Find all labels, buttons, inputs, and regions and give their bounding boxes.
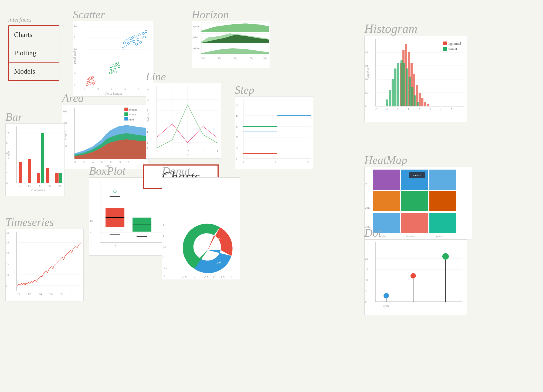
svg-rect-224: [421, 98, 423, 106]
svg-rect-228: [389, 90, 391, 106]
timeseries-chart: Timeseries 5 10 15 20 25 30 '00 '02 '04 …: [5, 216, 89, 302]
svg-text:'02: '02: [28, 293, 31, 295]
svg-rect-225: [424, 102, 426, 106]
dot-chart: Dot 0 5 10 15 20 cpu1: [364, 226, 472, 318]
svg-text:10: 10: [6, 273, 9, 276]
svg-point-57: [125, 45, 127, 47]
svg-text:4: 4: [217, 150, 218, 153]
svg-text:jruby: jruby: [192, 36, 198, 39]
svg-point-32: [112, 65, 114, 67]
svg-text:25: 25: [6, 241, 9, 244]
heatmap-title: HeatMap: [364, 154, 478, 167]
svg-text:-1: -1: [163, 274, 165, 277]
svg-text:60: 60: [236, 104, 238, 106]
svg-text:50s: 50s: [201, 57, 205, 60]
svg-text:values: values: [146, 113, 150, 121]
sidebar-item-models[interactable]: Models: [9, 63, 59, 80]
svg-text:40: 40: [236, 114, 238, 117]
histogram-title: Histogram: [364, 22, 472, 36]
svg-text:C2: C2: [28, 184, 31, 187]
svg-text:-1: -1: [386, 108, 388, 111]
sidebar-item-charts[interactable]: Charts: [9, 26, 59, 44]
svg-rect-63: [124, 117, 128, 121]
svg-rect-232: [401, 60, 403, 106]
svg-text:frequency: frequency: [366, 67, 369, 80]
svg-point-47: [133, 40, 135, 43]
svg-rect-233: [403, 63, 405, 106]
svg-point-33: [114, 67, 116, 69]
svg-point-42: [126, 39, 128, 41]
svg-rect-282: [373, 170, 400, 190]
svg-rect-230: [394, 68, 396, 106]
svg-rect-101: [37, 173, 40, 183]
svg-text:10: 10: [365, 279, 368, 282]
svg-text:30: 30: [236, 125, 238, 128]
svg-text:values: values: [6, 150, 10, 159]
svg-text:8: 8: [147, 109, 148, 112]
svg-text:5: 5: [90, 230, 91, 233]
svg-text:0: 0: [157, 150, 158, 153]
svg-text:-1.5: -1.5: [182, 276, 186, 279]
svg-text:1: 1: [408, 108, 409, 111]
line-chart: Line 0 2 4 6 8 10 12 0 1 2 3: [146, 70, 227, 159]
svg-point-40: [115, 71, 117, 73]
svg-text:categories: categories: [31, 188, 45, 192]
svg-text:'06: '06: [49, 293, 53, 295]
svg-point-50: [135, 43, 138, 45]
bar-chart: Bar 0 2 4 6 8 12: [5, 111, 70, 197]
svg-text:D1: D1: [48, 184, 51, 187]
svg-rect-231: [397, 63, 399, 106]
svg-text:2: 2: [147, 141, 148, 144]
svg-text:'04: '04: [39, 293, 42, 295]
svg-rect-287: [373, 191, 400, 211]
sidebar: interfaces Charts Plotting Models: [8, 16, 59, 81]
svg-point-22: [88, 78, 90, 80]
sidebar-item-plotting[interactable]: Plotting: [9, 44, 59, 63]
svg-text:2: 2: [188, 150, 189, 153]
svg-rect-61: [124, 112, 128, 116]
svg-text:value:4: value:4: [413, 174, 421, 177]
svg-text:2.5: 2.5: [74, 24, 77, 27]
svg-text:jython: jython: [128, 113, 136, 116]
svg-rect-237: [414, 95, 416, 106]
svg-text:cpu1: cpu1: [217, 237, 223, 240]
svg-text:D2: D2: [58, 184, 61, 187]
svg-text:0: 0: [365, 300, 366, 303]
svg-text:A: A: [365, 182, 367, 185]
svg-point-308: [410, 273, 416, 278]
horizon-title: Horizon: [192, 8, 275, 21]
svg-point-51: [138, 34, 140, 36]
svg-rect-105: [55, 173, 59, 183]
svg-text:cpu3: cpu3: [216, 261, 222, 264]
svg-text:3: 3: [203, 150, 204, 153]
svg-rect-97: [19, 162, 22, 183]
svg-point-41: [123, 42, 125, 44]
svg-point-53: [141, 37, 143, 39]
svg-text:3: 3: [429, 108, 431, 111]
svg-point-34: [115, 63, 117, 66]
svg-text:cpu1: cpu1: [383, 304, 389, 308]
svg-point-45: [130, 40, 132, 42]
svg-point-58: [122, 47, 124, 49]
svg-rect-229: [392, 79, 394, 106]
svg-text:0.6: 0.6: [365, 64, 369, 67]
svg-text:-0.5: -0.5: [204, 276, 208, 279]
svg-text:cpu2: cpu2: [196, 251, 202, 255]
svg-text:1: 1: [230, 276, 232, 279]
svg-text:2: 2: [84, 88, 85, 91]
svg-text:C1: C1: [19, 184, 22, 187]
svg-rect-235: [409, 77, 411, 106]
svg-rect-227: [386, 99, 388, 106]
svg-point-56: [145, 30, 147, 33]
svg-text:2: 2: [419, 108, 420, 111]
svg-rect-288: [401, 191, 428, 211]
area-title: Area: [62, 92, 154, 105]
svg-point-55: [144, 36, 146, 38]
svg-rect-59: [124, 108, 128, 111]
svg-text:15: 15: [6, 263, 9, 266]
svg-text:0: 0: [213, 276, 215, 279]
svg-text:2: 2: [74, 35, 75, 38]
svg-text:'08: '08: [60, 293, 63, 295]
svg-text:1: 1: [365, 37, 366, 40]
svg-point-310: [442, 253, 449, 260]
